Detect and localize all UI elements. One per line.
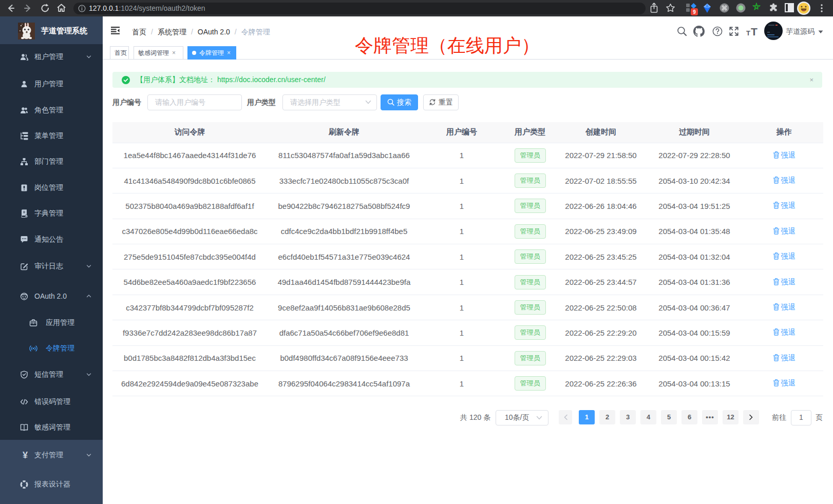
svg-text:9: 9: [693, 9, 696, 15]
